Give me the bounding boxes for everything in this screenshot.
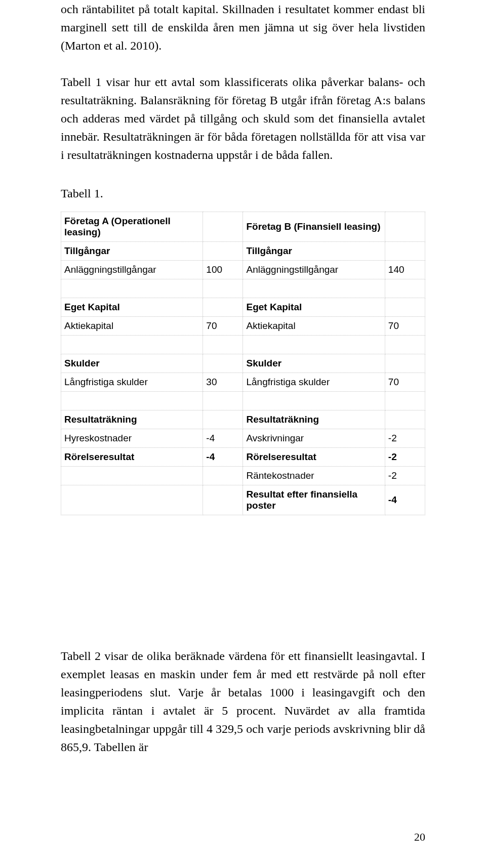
table-cell: Eget Kapital [243, 298, 385, 317]
table-cell [61, 467, 203, 485]
table-cell [385, 354, 425, 373]
table-caption: Tabell 1. [61, 184, 425, 202]
table-cell: -2 [385, 467, 425, 485]
table-row [61, 279, 425, 298]
table-cell: -2 [385, 429, 425, 448]
table-cell: 140 [385, 261, 425, 279]
table-cell: Tillgångar [61, 242, 203, 261]
table-row: SkulderSkulder [61, 354, 425, 373]
table-cell-empty [243, 392, 385, 410]
table-cell: Långfristiga skulder [61, 373, 203, 392]
table-row: Räntekostnader-2 [61, 467, 425, 485]
table-row: Hyreskostnader-4Avskrivningar-2 [61, 429, 425, 448]
table-cell: Anläggningstillgångar [243, 261, 385, 279]
table-cell: 70 [385, 373, 425, 392]
table-cell: -4 [203, 448, 243, 467]
spacer [61, 515, 425, 647]
table-row: Företag A (Operationell leasing)Företag … [61, 212, 425, 242]
table-cell-empty [203, 392, 243, 410]
table-cell: Skulder [243, 354, 385, 373]
table-cell: Rörelseresultat [243, 448, 385, 467]
paragraph: Tabell 2 visar de olika beräknade värden… [61, 647, 425, 756]
table-cell: Företag A (Operationell leasing) [61, 212, 203, 242]
table-cell: Aktiekapital [243, 317, 385, 336]
table-cell-empty [61, 279, 203, 298]
table-cell [203, 354, 243, 373]
table-cell: Anläggningstillgångar [61, 261, 203, 279]
table-cell: Resultaträkning [243, 410, 385, 429]
table-cell: Tillgångar [243, 242, 385, 261]
table-cell [385, 212, 425, 242]
table-cell-empty [61, 336, 203, 354]
table-row [61, 336, 425, 354]
table-row: ResultaträkningResultaträkning [61, 410, 425, 429]
table-row: TillgångarTillgångar [61, 242, 425, 261]
table-cell-empty [385, 392, 425, 410]
page-number: 20 [414, 831, 425, 844]
table-row: Eget KapitalEget Kapital [61, 298, 425, 317]
table-cell-empty [61, 392, 203, 410]
table-cell: 30 [203, 373, 243, 392]
table-cell [203, 298, 243, 317]
table-cell [385, 298, 425, 317]
table-row [61, 392, 425, 410]
table-cell-empty [243, 336, 385, 354]
table-cell: Aktiekapital [61, 317, 203, 336]
table-cell: Eget Kapital [61, 298, 203, 317]
table-row: Långfristiga skulder30Långfristiga skuld… [61, 373, 425, 392]
table-cell: -4 [203, 429, 243, 448]
table-cell: 70 [203, 317, 243, 336]
paragraph: Tabell 1 visar hur ett avtal som klassif… [61, 73, 425, 164]
table-cell: Avskrivningar [243, 429, 385, 448]
document-page: och räntabilitet på totalt kapital. Skil… [0, 0, 486, 868]
table-cell: Hyreskostnader [61, 429, 203, 448]
table-row: Anläggningstillgångar100Anläggningstillg… [61, 261, 425, 279]
comparison-table: Företag A (Operationell leasing)Företag … [61, 212, 425, 515]
table-cell [203, 410, 243, 429]
table-cell [61, 485, 203, 515]
table-cell [203, 467, 243, 485]
table-cell-empty [385, 336, 425, 354]
table-cell: Räntekostnader [243, 467, 385, 485]
table-cell: Resultaträkning [61, 410, 203, 429]
table-cell [385, 242, 425, 261]
table-cell: Resultat efter finansiella poster [243, 485, 385, 515]
table-cell: Skulder [61, 354, 203, 373]
table-cell-empty [203, 279, 243, 298]
table-row: Rörelseresultat-4Rörelseresultat-2 [61, 448, 425, 467]
table-row: Aktiekapital70Aktiekapital70 [61, 317, 425, 336]
table-cell: 100 [203, 261, 243, 279]
table-cell-empty [385, 279, 425, 298]
table-cell: Långfristiga skulder [243, 373, 385, 392]
table-cell [203, 485, 243, 515]
table-cell: -2 [385, 448, 425, 467]
table-cell [385, 410, 425, 429]
table-cell-empty [203, 336, 243, 354]
table-cell [203, 242, 243, 261]
table-cell: 70 [385, 317, 425, 336]
table-cell: -4 [385, 485, 425, 515]
table-row: Resultat efter finansiella poster-4 [61, 485, 425, 515]
table-cell: Företag B (Finansiell leasing) [243, 212, 385, 242]
table-cell-empty [243, 279, 385, 298]
table-cell: Rörelseresultat [61, 448, 203, 467]
table-cell [203, 212, 243, 242]
paragraph: och räntabilitet på totalt kapital. Skil… [61, 0, 425, 55]
